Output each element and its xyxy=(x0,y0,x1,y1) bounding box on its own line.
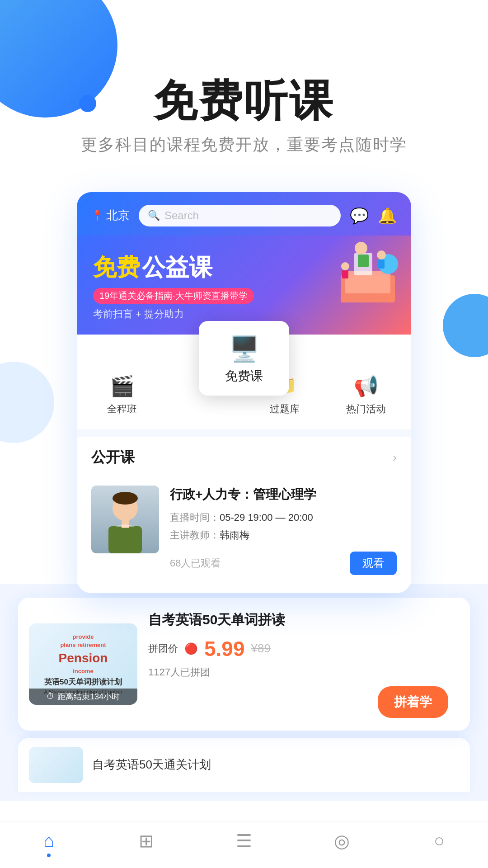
banner-title-yellow: 免费 xyxy=(93,254,140,280)
product-preview-title: 自考英语50天通关计划 xyxy=(92,757,211,773)
bell-icon[interactable]: 🔔 xyxy=(378,207,397,225)
courses-icon: ⊞ xyxy=(139,830,154,851)
course-title: 行政+人力专：管理心理学 xyxy=(170,486,397,503)
product-section: provideplans retirementPensionincome 英语5… xyxy=(18,598,470,731)
location-text: 北京 xyxy=(106,208,130,223)
hero-section: 免费听课 更多科目的课程免费开放，重要考点随时学 xyxy=(0,0,488,174)
section-title: 公开课 xyxy=(91,448,135,467)
svg-point-4 xyxy=(355,242,367,255)
product-timer: ⏱ 距离结束134小时 xyxy=(29,689,137,705)
price-label: 拼团价 xyxy=(148,642,178,656)
banner-illustration xyxy=(318,239,404,316)
price-original: ¥89 xyxy=(251,642,271,656)
product-image: provideplans retirementPensionincome 英语5… xyxy=(29,623,137,705)
section-more[interactable]: › xyxy=(393,450,397,465)
message-icon[interactable]: 💬 xyxy=(350,207,369,225)
monitor-icon: 🖥️ xyxy=(215,335,273,363)
home-icon: ⌂ xyxy=(43,830,54,851)
product-group-count: 1127人已拼团 xyxy=(148,665,448,679)
banner-title-white: 公益课 xyxy=(142,254,212,280)
home-active-dot xyxy=(47,854,51,857)
product-image-bg: provideplans retirementPensionincome 英语5… xyxy=(29,623,137,705)
nav-item-0[interactable]: 🎬 全程班 xyxy=(81,362,163,425)
svg-point-8 xyxy=(341,262,349,270)
bottom-nav: ⌂ ⊞ ☰ ◎ ○ xyxy=(0,821,488,868)
nav-icon-3: 📢 xyxy=(354,374,379,398)
svg-rect-7 xyxy=(378,259,385,269)
course-card: 行政+人力专：管理心理学 直播时间：05-29 19:00 — 20:00 主讲… xyxy=(77,475,411,586)
bottom-nav-discover[interactable]: ◎ xyxy=(293,821,390,868)
free-course-popup[interactable]: 🖥️ 免费课 xyxy=(199,321,289,396)
discover-icon: ◎ xyxy=(334,830,350,851)
hero-title: 免费听课 xyxy=(0,77,488,125)
course-info: 行政+人力专：管理心理学 直播时间：05-29 19:00 — 20:00 主讲… xyxy=(170,486,397,575)
bg-circle-left-mid xyxy=(0,362,54,443)
app-banner: 免费 公益课 19年通关必备指南·大牛师资直播带学 考前扫盲 + 提分助力 xyxy=(77,236,411,335)
topbar-icons: 💬 🔔 xyxy=(350,207,397,225)
section-header: 公开课 › xyxy=(77,437,411,475)
search-placeholder: Search xyxy=(164,209,199,222)
svg-point-6 xyxy=(377,250,386,259)
app-location: 📍 北京 xyxy=(91,208,130,223)
nav-icons-row: 🖥️ 免费课 🎬 全程班 🖥️ 免费课 📁 过题库 📢 热门活动 xyxy=(77,335,411,429)
bottom-nav-questions[interactable]: ☰ xyxy=(195,821,293,868)
svg-rect-14 xyxy=(108,526,142,553)
bg-circle-right xyxy=(443,294,488,357)
teacher-name: 韩雨梅 xyxy=(220,529,249,541)
search-bar[interactable]: 🔍 Search xyxy=(139,205,341,226)
product-title: 自考英语50天单词拼读 xyxy=(148,610,448,629)
nav-item-3[interactable]: 📢 热门活动 xyxy=(325,362,407,425)
product-info: 自考英语50天单词拼读 拼团价 🔴 5.99 ¥89 1127人已拼团 拼着学 xyxy=(148,610,448,718)
location-icon: 📍 xyxy=(91,210,103,222)
broadcast-time: 05-29 19:00 — 20:00 xyxy=(220,512,313,523)
svg-rect-5 xyxy=(358,255,369,267)
course-views: 68人已观看 xyxy=(170,557,221,570)
bottom-nav-home[interactable]: ⌂ xyxy=(0,821,98,868)
phone-mockup: 📍 北京 🔍 Search 💬 🔔 免费 公益课 19年通关必备指南·大牛师资直… xyxy=(77,192,411,593)
banner-badge: 19年通关必备指南·大牛师资直播带学 xyxy=(93,288,254,304)
word-cloud: provideplans retirementPensionincome xyxy=(59,633,108,675)
price-icon: 🔴 xyxy=(184,642,198,655)
app-topbar: 📍 北京 🔍 Search 💬 🔔 xyxy=(77,192,411,236)
questions-icon: ☰ xyxy=(236,830,252,851)
hero-subtitle: 更多科目的课程免费开放，重要考点随时学 xyxy=(0,134,488,156)
course-meta: 直播时间：05-29 19:00 — 20:00 主讲教师：韩雨梅 xyxy=(170,509,397,544)
nav-label-2: 过题库 xyxy=(270,402,300,416)
product-price-row: 拼团价 🔴 5.99 ¥89 xyxy=(148,637,448,661)
app-screen: 📍 北京 🔍 Search 💬 🔔 免费 公益课 19年通关必备指南·大牛师资直… xyxy=(77,192,411,586)
search-icon: 🔍 xyxy=(148,210,160,222)
bottom-nav-courses[interactable]: ⊞ xyxy=(98,821,195,868)
bottom-nav-profile[interactable]: ○ xyxy=(390,821,488,868)
group-buy-button[interactable]: 拼着学 xyxy=(378,686,448,718)
watch-button[interactable]: 观看 xyxy=(350,552,397,575)
product-image-title: 英语50天单词拼读计划 xyxy=(44,677,122,687)
teacher-thumb xyxy=(91,486,159,553)
product-preview: 自考英语50天通关计划 xyxy=(18,738,470,792)
popup-label: 免费课 xyxy=(215,368,273,385)
svg-point-13 xyxy=(113,492,138,505)
course-footer: 68人已观看 观看 xyxy=(170,552,397,575)
svg-rect-9 xyxy=(342,270,348,278)
nav-icon-0: 🎬 xyxy=(110,374,135,398)
profile-icon: ○ xyxy=(434,830,445,851)
product-preview-image xyxy=(29,747,83,783)
nav-label-0: 全程班 xyxy=(107,402,137,416)
price-value: 5.99 xyxy=(204,637,245,661)
nav-label-3: 热门活动 xyxy=(346,402,386,416)
